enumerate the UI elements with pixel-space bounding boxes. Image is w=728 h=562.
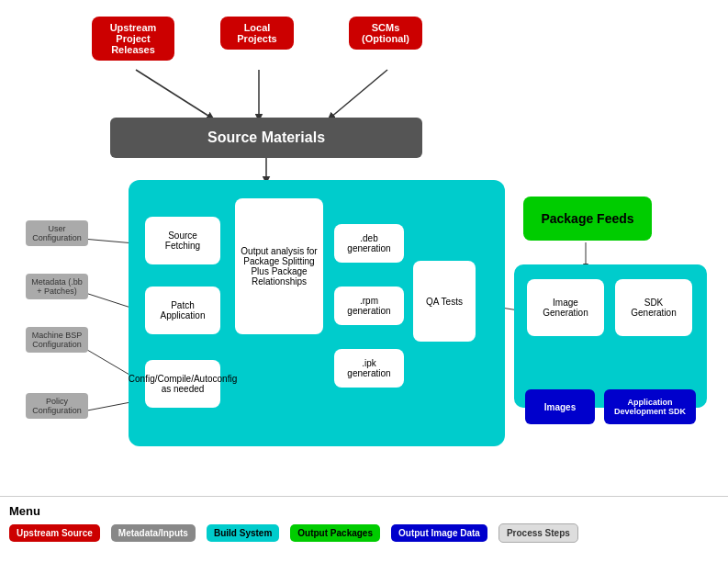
app-dev-sdk-box: Application Development SDK [604, 389, 696, 424]
user-config-box: User Configuration [26, 220, 88, 246]
legend-upstream-box: Upstream Source [9, 524, 100, 542]
legend-output-packages-box: Output Packages [290, 524, 380, 542]
legend-output-image-box: Output Image Data [391, 524, 487, 542]
legend-build-box: Build System [207, 524, 279, 542]
output-analysis-box: Output analysis for Package Splitting Pl… [235, 198, 323, 334]
image-generation-box: Image Generation [527, 279, 604, 336]
policy-config-box: Policy Configuration [26, 393, 88, 419]
rpm-generation-box: .rpm generation [334, 287, 404, 325]
upstream-box: Upstream Project Releases [92, 17, 174, 61]
svg-line-1 [136, 70, 211, 118]
metadata-box: Metadata (.bb + Patches) [26, 274, 88, 299]
legend-item-metadata: Metadata/Inputs [111, 524, 196, 542]
legend-item-process: Process Steps [498, 523, 578, 543]
legend-title: Menu [9, 504, 719, 518]
legend-items: Upstream Source Metadata/Inputs Build Sy… [9, 523, 719, 543]
config-compile-box: Config/Compile/Autoconfig as needed [145, 360, 220, 408]
local-projects-box: Local Projects [220, 17, 294, 50]
legend-metadata-box: Metadata/Inputs [111, 524, 196, 542]
machine-bsp-box: Machine BSP Configuration [26, 327, 88, 353]
ipk-generation-box: .ipk generation [334, 349, 404, 388]
legend-item-upstream: Upstream Source [9, 524, 100, 542]
source-fetching-box: Source Fetching [145, 217, 220, 264]
qa-tests-box: QA Tests [413, 261, 476, 342]
sdk-generation-box: SDK Generation [615, 279, 692, 336]
legend-item-build: Build System [207, 524, 279, 542]
patch-application-box: Patch Application [145, 287, 220, 334]
legend-item-output-image: Output Image Data [391, 524, 487, 542]
legend-item-output-packages: Output Packages [290, 524, 380, 542]
scms-box: SCMs (Optional) [349, 17, 422, 50]
source-materials-box: Source Materials [110, 118, 422, 158]
legend-section: Menu Upstream Source Metadata/Inputs Bui… [0, 496, 728, 562]
deb-generation-box: .deb generation [334, 224, 404, 263]
images-box: Images [525, 389, 595, 424]
diagram-container: Upstream Project Releases Local Projects… [0, 0, 728, 496]
package-feeds-box: Package Feeds [523, 197, 652, 241]
legend-process-box: Process Steps [498, 523, 578, 543]
svg-line-3 [330, 70, 387, 118]
